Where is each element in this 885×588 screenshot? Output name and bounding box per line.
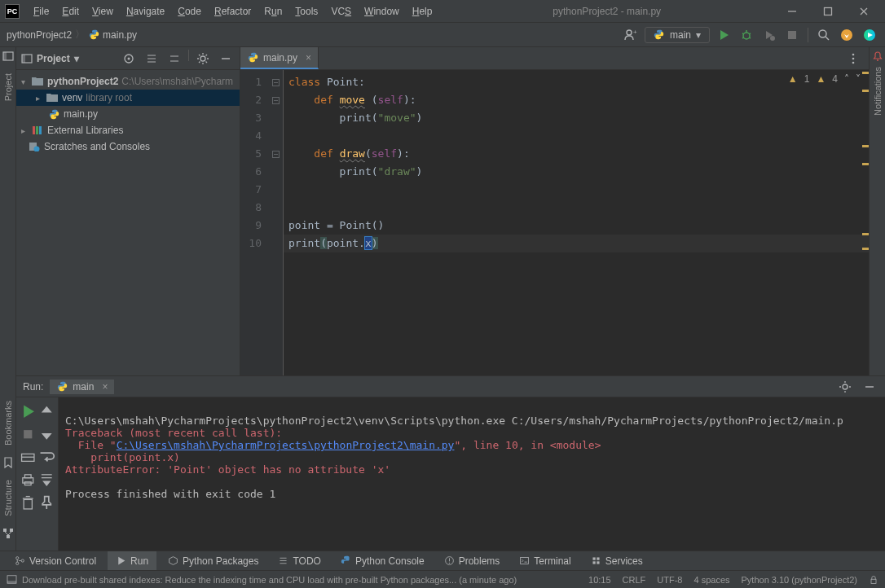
traceback-link[interactable]: C:\Users\mshah\PycharmProjects\pythonPro… <box>117 439 455 451</box>
inspection-widget[interactable]: ▲1 ▲4 ˄ ˅ <box>788 73 861 85</box>
tree-venv[interactable]: ▸ venv library root <box>16 90 240 106</box>
menu-run[interactable]: Run <box>258 3 288 20</box>
debug-button[interactable] <box>738 26 755 44</box>
svg-rect-47 <box>36 126 38 134</box>
version-control-tab[interactable]: Version Control <box>7 551 104 570</box>
run-with-coverage-button[interactable] <box>760 26 778 44</box>
minimize-button[interactable] <box>776 2 808 21</box>
svg-line-43 <box>206 55 208 56</box>
run-button[interactable] <box>715 26 733 44</box>
bookmarks-tool-label[interactable]: Bookmarks <box>3 396 13 450</box>
fold-gutter[interactable] <box>268 70 283 375</box>
breadcrumb-file[interactable]: main.py <box>103 29 137 41</box>
stop-icon[interactable] <box>20 423 37 445</box>
down-icon[interactable] <box>38 423 55 445</box>
menu-tools[interactable]: Tools <box>289 3 324 20</box>
project-tool-label[interactable]: Project <box>3 68 13 106</box>
svg-rect-67 <box>24 482 31 485</box>
lock-icon[interactable] <box>869 575 878 585</box>
tree-external-libraries[interactable]: ▸ External Libraries <box>16 122 240 138</box>
indent-config[interactable]: 4 spaces <box>693 575 729 585</box>
add-user-icon[interactable]: + <box>622 26 640 44</box>
svg-point-50 <box>34 147 40 152</box>
stop-button[interactable] <box>783 26 801 44</box>
search-icon[interactable] <box>815 26 833 44</box>
services-tab[interactable]: Services <box>583 551 651 570</box>
menu-help[interactable]: Help <box>407 3 438 20</box>
problems-tab[interactable]: Problems <box>436 551 509 570</box>
notifications-label[interactable]: Notifications <box>873 62 883 121</box>
fold-icon[interactable] <box>272 97 280 104</box>
soft-wrap-icon[interactable] <box>38 446 55 467</box>
structure-tool-label[interactable]: Structure <box>3 475 13 521</box>
up-icon[interactable] <box>38 401 55 422</box>
maximize-button[interactable] <box>812 2 844 21</box>
caret-position[interactable]: 10:15 <box>588 575 611 585</box>
tab-options-icon[interactable] <box>844 50 862 68</box>
rerun-icon[interactable] <box>20 401 37 422</box>
tree-scratches[interactable]: Scratches and Consoles <box>16 138 240 155</box>
run-tab[interactable]: Run <box>108 551 156 570</box>
hide-panel-icon[interactable] <box>861 378 878 396</box>
terminal-tab[interactable]: Terminal <box>511 551 579 570</box>
project-tree[interactable]: ▾ pythonProject2 C:\Users\mshah\Pycharm … <box>16 70 240 158</box>
file-encoding[interactable]: UTF-8 <box>657 575 682 585</box>
svg-rect-85 <box>597 557 599 559</box>
settings-icon[interactable] <box>836 378 854 396</box>
code-editor[interactable]: 12345678910 class Point: def move (self)… <box>240 70 869 375</box>
collapse-all-icon[interactable] <box>165 50 183 68</box>
notifications-icon[interactable] <box>872 50 883 62</box>
menu-refactor[interactable]: Refactor <box>209 3 257 20</box>
bookmarks-icon[interactable] <box>2 457 14 468</box>
project-header-icon <box>21 53 33 64</box>
run-console[interactable]: C:\Users\mshah\PycharmProjects\pythonPro… <box>59 397 885 551</box>
chevron-up-icon[interactable]: ˄ <box>844 73 849 85</box>
menu-code[interactable]: Code <box>172 3 207 20</box>
status-message[interactable]: Download pre-built shared indexes: Reduc… <box>7 575 588 585</box>
scroll-to-end-icon[interactable] <box>38 469 55 490</box>
tree-root[interactable]: ▾ pythonProject2 C:\Users\mshah\Pycharm <box>16 73 240 90</box>
print-icon[interactable] <box>20 469 37 490</box>
run-tab[interactable]: main × <box>50 380 114 394</box>
svg-point-54 <box>877 59 878 61</box>
menu-vcs[interactable]: VCS <box>325 3 357 20</box>
structure-icon[interactable] <box>2 528 14 539</box>
fold-icon[interactable] <box>272 79 280 86</box>
line-separator[interactable]: CRLF <box>623 575 646 585</box>
updates-icon[interactable] <box>838 26 856 44</box>
delete-icon[interactable] <box>20 492 37 513</box>
fold-icon[interactable] <box>272 151 280 158</box>
hide-panel-icon[interactable] <box>217 50 235 68</box>
python-interpreter[interactable]: Python 3.10 (pythonProject2) <box>742 575 857 585</box>
todo-tab[interactable]: TODO <box>270 551 328 570</box>
menu-navigate[interactable]: Navigate <box>121 3 170 20</box>
layout-icon[interactable] <box>20 446 37 467</box>
code-content[interactable]: class Point: def move (self): print("mov… <box>283 70 869 375</box>
editor-tab-mainpy[interactable]: main.py × <box>240 47 319 69</box>
menu-window[interactable]: Window <box>359 3 405 20</box>
breadcrumb-project[interactable]: pythonProject2 <box>7 29 72 41</box>
svg-rect-89 <box>7 581 16 583</box>
settings-icon[interactable] <box>194 50 212 68</box>
svg-rect-22 <box>3 529 7 532</box>
chevron-down-icon[interactable]: ˅ <box>856 73 861 85</box>
error-stripe[interactable] <box>861 70 869 375</box>
close-button[interactable] <box>848 2 880 21</box>
menu-edit[interactable]: Edit <box>56 3 85 20</box>
close-tab-icon[interactable]: × <box>306 52 311 64</box>
project-tool-icon[interactable] <box>2 50 14 62</box>
python-console-tab[interactable]: Python Console <box>332 551 433 570</box>
menu-file[interactable]: File <box>28 3 55 20</box>
menu-view[interactable]: View <box>86 3 119 20</box>
python-packages-tab[interactable]: Python Packages <box>160 551 266 570</box>
run-config-selector[interactable]: main ▾ <box>645 27 710 43</box>
pin-icon[interactable] <box>38 492 55 513</box>
select-opened-file-icon[interactable] <box>120 50 138 68</box>
chevron-down-icon[interactable]: ▾ <box>74 53 79 64</box>
close-tab-icon[interactable]: × <box>102 381 108 393</box>
expand-all-icon[interactable] <box>143 50 161 68</box>
svg-rect-86 <box>592 561 595 564</box>
tree-mainpy[interactable]: main.py <box>16 106 240 122</box>
ide-features-icon[interactable] <box>861 26 878 44</box>
svg-point-36 <box>200 56 205 61</box>
